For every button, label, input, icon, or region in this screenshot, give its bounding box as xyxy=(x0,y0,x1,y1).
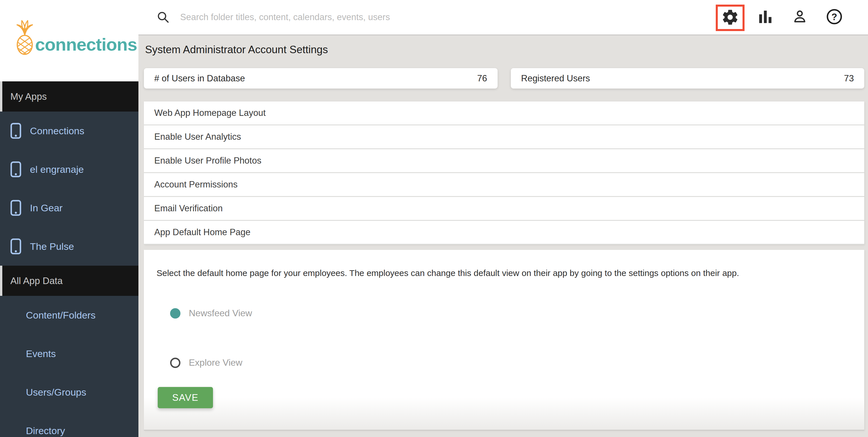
sidebar-item-label: el engranaje xyxy=(30,164,84,175)
setting-row-email-verification[interactable]: Email Verification xyxy=(144,197,864,221)
phone-icon xyxy=(10,238,21,255)
setting-row-label: App Default Home Page xyxy=(154,227,250,237)
sidebar: connections My Apps Connections el engra… xyxy=(0,0,138,437)
sidebar-item-el-engranaje[interactable]: el engranaje xyxy=(0,150,138,189)
panel-description: Select the default home page for your em… xyxy=(157,268,739,278)
question-mark-icon: ? xyxy=(826,8,843,27)
logo-area: connections xyxy=(0,0,138,81)
sidebar-item-label: Connections xyxy=(30,125,84,137)
stat-card-registered-users: Registered Users 73 xyxy=(511,68,865,89)
phone-icon xyxy=(10,200,21,216)
topbar: ? xyxy=(138,0,868,35)
main-content: System Administrator Account Settings # … xyxy=(138,36,868,437)
sidebar-item-label: Users/Groups xyxy=(26,387,86,398)
bar-chart-icon xyxy=(757,9,773,26)
page-title: System Administrator Account Settings xyxy=(145,44,328,56)
sidebar-section-my-apps: My Apps xyxy=(0,81,138,111)
sidebar-item-content-folders[interactable]: Content/Folders xyxy=(0,296,138,334)
setting-row-web-app-homepage-layout[interactable]: Web App Homepage Layout xyxy=(144,101,864,125)
sidebar-item-label: The Pulse xyxy=(30,241,74,252)
setting-row-enable-user-analytics[interactable]: Enable User Analytics xyxy=(144,125,864,149)
setting-row-label: Web App Homepage Layout xyxy=(154,108,266,118)
sidebar-item-users-groups[interactable]: Users/Groups xyxy=(0,373,138,411)
settings-gear-button[interactable] xyxy=(716,5,745,31)
radio-option-explore-view[interactable]: Explore View xyxy=(170,357,242,368)
radio-selected-icon[interactable] xyxy=(170,308,181,318)
stat-label: Registered Users xyxy=(521,73,590,83)
section-header-label: All App Data xyxy=(10,275,63,287)
sidebar-item-the-pulse[interactable]: The Pulse xyxy=(0,227,138,266)
radio-option-newsfeed-view[interactable]: Newsfeed View xyxy=(170,308,252,318)
section-header-label: My Apps xyxy=(10,91,47,102)
setting-row-label: Account Permissions xyxy=(154,179,238,190)
sidebar-item-label: Content/Folders xyxy=(26,310,96,321)
sidebar-item-label: Directory xyxy=(26,425,65,436)
stat-value: 76 xyxy=(477,73,487,83)
stat-value: 73 xyxy=(844,73,854,83)
radio-unselected-icon[interactable] xyxy=(170,358,181,368)
phone-icon xyxy=(10,123,21,139)
stat-cards: # of Users in Database 76 Registered Use… xyxy=(144,68,864,89)
gear-icon xyxy=(721,8,739,27)
sidebar-item-directory[interactable]: Directory xyxy=(0,411,138,437)
setting-row-label: Enable User Profile Photos xyxy=(154,156,261,166)
setting-row-label: Email Verification xyxy=(154,203,223,213)
sidebar-item-in-gear[interactable]: In Gear xyxy=(0,189,138,227)
sidebar-item-label: In Gear xyxy=(30,202,62,213)
sidebar-item-label: Events xyxy=(26,348,56,359)
stat-card-users-in-database: # of Users in Database 76 xyxy=(144,68,498,89)
search-icon xyxy=(156,10,170,25)
help-button[interactable]: ? xyxy=(826,0,843,34)
setting-row-account-permissions[interactable]: Account Permissions xyxy=(144,173,864,197)
stat-label: # of Users in Database xyxy=(154,73,245,83)
sidebar-nav: My Apps Connections el engranaje In Gear… xyxy=(0,81,138,437)
radio-label: Newsfeed View xyxy=(189,308,252,318)
pineapple-icon xyxy=(15,20,34,56)
setting-row-enable-user-profile-photos[interactable]: Enable User Profile Photos xyxy=(144,149,864,173)
analytics-button[interactable] xyxy=(756,0,774,34)
radio-label: Explore View xyxy=(189,357,242,368)
account-button[interactable] xyxy=(791,0,808,34)
brand-logo[interactable]: connections xyxy=(15,20,137,56)
settings-list: Web App Homepage Layout Enable User Anal… xyxy=(144,101,864,245)
app-default-home-page-panel: Select the default home page for your em… xyxy=(144,250,864,430)
search-input[interactable] xyxy=(180,8,583,27)
person-icon xyxy=(792,8,808,26)
sidebar-item-connections[interactable]: Connections xyxy=(0,111,138,150)
setting-row-label: Enable User Analytics xyxy=(154,132,241,142)
svg-text:?: ? xyxy=(832,12,837,22)
sidebar-section-all-app-data: All App Data xyxy=(0,266,138,296)
phone-icon xyxy=(10,161,21,177)
save-button[interactable]: SAVE xyxy=(158,387,213,408)
sidebar-item-events[interactable]: Events xyxy=(0,334,138,373)
brand-name: connections xyxy=(35,36,137,54)
setting-row-app-default-home-page[interactable]: App Default Home Page xyxy=(144,221,864,245)
